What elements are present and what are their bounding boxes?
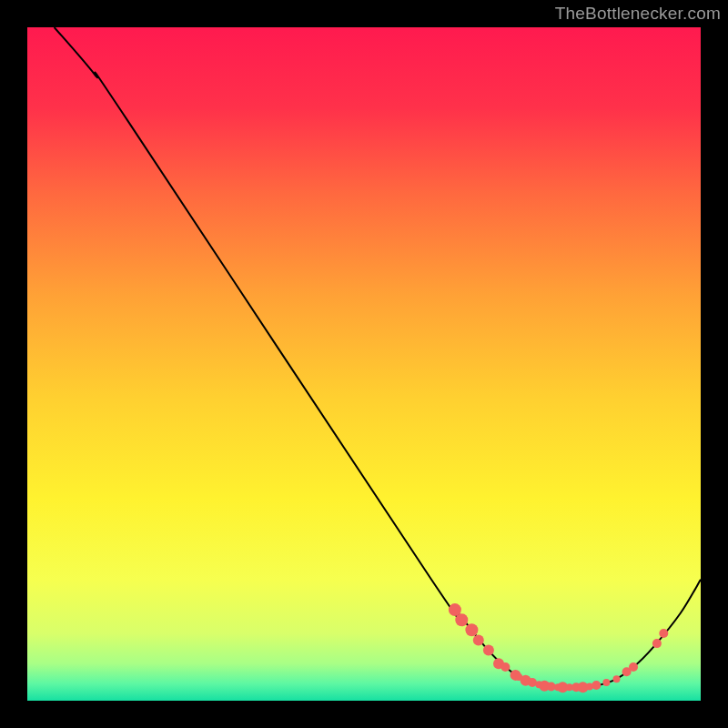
bottleneck-chart: [27, 27, 701, 701]
data-marker: [528, 678, 537, 687]
data-marker: [465, 623, 478, 636]
chart-area: [27, 27, 701, 701]
data-marker: [602, 679, 610, 686]
data-marker: [500, 662, 510, 672]
data-marker: [659, 629, 668, 638]
data-marker: [483, 645, 494, 656]
data-marker: [652, 639, 662, 648]
gradient-background: [27, 27, 701, 701]
data-marker: [592, 681, 601, 690]
data-marker: [629, 662, 638, 672]
data-marker: [473, 634, 484, 645]
data-marker: [613, 675, 621, 682]
watermark-text: TheBottlenecker.com: [555, 4, 721, 24]
data-marker: [455, 613, 468, 626]
